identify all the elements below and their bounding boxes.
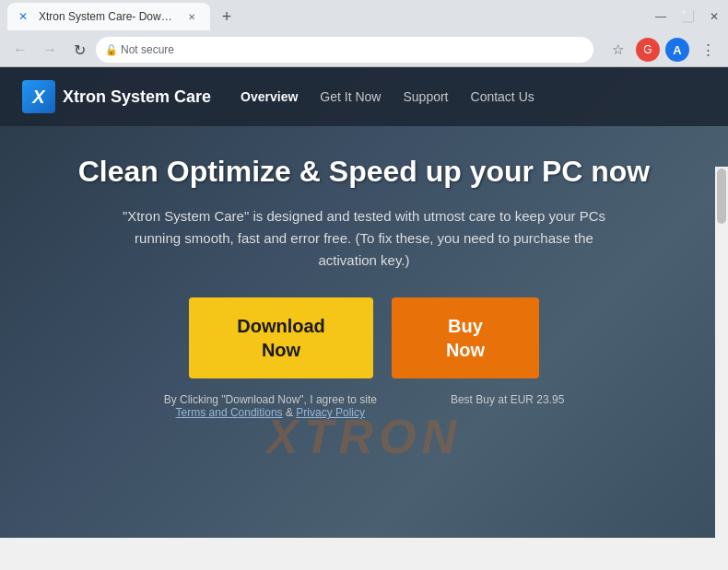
- footer-prefix: By Clicking "Download Now", I agree to s…: [164, 393, 377, 406]
- cta-buttons: DownloadNow BuyNow: [55, 297, 673, 378]
- toolbar-icons: ☆ G A ⋮: [605, 37, 721, 63]
- profile-icon[interactable]: A: [665, 38, 689, 62]
- tab-close-button[interactable]: ✕: [184, 9, 199, 24]
- site-content: XTRON X Xtron System Care Overview Get I…: [0, 67, 728, 538]
- logo: X Xtron System Care: [22, 80, 211, 113]
- bookmark-button[interactable]: ☆: [605, 37, 630, 63]
- address-bar: ← → ↻ 🔓 Not secure ☆ G A ⋮: [0, 33, 728, 66]
- nav-overview[interactable]: Overview: [241, 89, 298, 104]
- logo-letter: X: [32, 87, 44, 108]
- url-bar[interactable]: 🔓 Not secure: [96, 37, 593, 63]
- footer-price: Best Buy at EUR 23.95: [451, 393, 564, 419]
- browser-tab[interactable]: ✕ Xtron System Care- Download P... ✕: [7, 3, 210, 30]
- restore-button[interactable]: ⬜: [679, 8, 697, 25]
- forward-button[interactable]: →: [37, 37, 63, 63]
- privacy-link[interactable]: Privacy Policy: [296, 406, 365, 419]
- close-button[interactable]: ✕: [708, 8, 721, 25]
- footer-amp: &: [286, 406, 296, 419]
- security-indicator: 🔓 Not secure: [105, 43, 174, 56]
- new-tab-button[interactable]: +: [214, 4, 240, 29]
- logo-name: Xtron System Care: [63, 87, 211, 107]
- site-navigation: X Xtron System Care Overview Get It Now …: [0, 67, 728, 126]
- footer-price-text: Best Buy at EUR 23.95: [451, 393, 564, 406]
- lock-icon: 🔓: [105, 44, 118, 56]
- hero-title: Clean Optimize & Speed up your PC now: [55, 154, 673, 189]
- footer-terms: By Clicking "Download Now", I agree to s…: [164, 393, 377, 419]
- back-button[interactable]: ←: [7, 37, 33, 63]
- nav-contact-us[interactable]: Contact Us: [471, 89, 534, 104]
- extension-icon-1[interactable]: G: [636, 38, 660, 62]
- logo-icon: X: [22, 80, 55, 113]
- reload-button[interactable]: ↻: [66, 37, 92, 63]
- nav-support[interactable]: Support: [403, 89, 448, 104]
- buy-now-button[interactable]: BuyNow: [392, 297, 539, 378]
- security-text: Not secure: [121, 43, 174, 56]
- menu-button[interactable]: ⋮: [695, 37, 721, 63]
- footer-note: By Clicking "Download Now", I agree to s…: [55, 393, 673, 419]
- tab-favicon: ✕: [18, 10, 31, 23]
- tab-title: Xtron System Care- Download P...: [39, 10, 177, 23]
- hero-description: "Xtron System Care" is designed and test…: [106, 205, 622, 272]
- nav-get-it-now[interactable]: Get It Now: [320, 89, 381, 104]
- nav-links: Overview Get It Now Support Contact Us: [241, 89, 534, 104]
- download-now-button[interactable]: DownloadNow: [189, 297, 373, 378]
- minimize-button[interactable]: —: [653, 8, 668, 25]
- hero-section: Clean Optimize & Speed up your PC now "X…: [0, 126, 728, 437]
- window-controls: — ⬜ ✕: [653, 8, 721, 25]
- terms-link[interactable]: Terms and Conditions: [176, 406, 283, 419]
- title-bar: ✕ Xtron System Care- Download P... ✕ + —…: [0, 0, 728, 33]
